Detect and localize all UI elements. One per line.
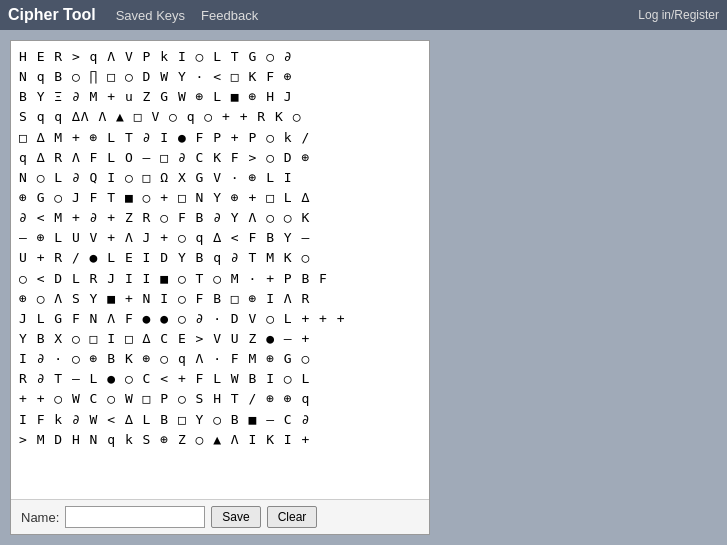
cipher-row: J L G F N Λ F ● ● ○ ∂ · D V ○ L + + + bbox=[19, 309, 421, 329]
cipher-row: U + R / ● L E I D Y B q ∂ T M K ○ bbox=[19, 248, 421, 268]
right-panel bbox=[440, 40, 717, 535]
cipher-row: ∂ < M + ∂ + Z R ○ F B ∂ Y Λ ○ ○ K bbox=[19, 208, 421, 228]
cipher-row: H E R > q Λ V P k I ○ L T G ○ ∂ bbox=[19, 47, 421, 67]
clear-button[interactable]: Clear bbox=[267, 506, 318, 528]
cipher-row: R ∂ T — L ● ○ C < + F L W B I ○ L bbox=[19, 369, 421, 389]
app-title: Cipher Tool bbox=[8, 6, 96, 24]
name-input[interactable] bbox=[65, 506, 205, 528]
cipher-row: □ ∆ M + ⊕ L T ∂ I ● F P + P ○ k / bbox=[19, 128, 421, 148]
feedback-link[interactable]: Feedback bbox=[201, 8, 258, 23]
cipher-row: Y B X ○ □ I □ ∆ C E > V U Z ● — + bbox=[19, 329, 421, 349]
cipher-row: ⊕ G ○ J F T ■ ○ + □ N Y ⊕ + □ L ∆ bbox=[19, 188, 421, 208]
cipher-grid: H E R > q Λ V P k I ○ L T G ○ ∂N q B ○ ∏… bbox=[11, 41, 429, 499]
navbar: Cipher Tool Saved Keys Feedback Log in/R… bbox=[0, 0, 727, 30]
cipher-row: ⊕ ○ Λ S Y ■ + N I ○ F B □ ⊕ I Λ R bbox=[19, 289, 421, 309]
nav-links: Saved Keys Feedback bbox=[116, 8, 258, 23]
cipher-panel: H E R > q Λ V P k I ○ L T G ○ ∂N q B ○ ∏… bbox=[10, 40, 430, 535]
auth-link[interactable]: Log in/Register bbox=[638, 8, 719, 22]
cipher-row: q ∆ R Λ F L O — □ ∂ C K F > ○ D ⊕ bbox=[19, 148, 421, 168]
cipher-row: > M D H N q k S ⊕ Z ○ ▲ Λ I K I + bbox=[19, 430, 421, 450]
main-content: H E R > q Λ V P k I ○ L T G ○ ∂N q B ○ ∏… bbox=[0, 30, 727, 545]
cipher-footer: Name: Save Clear bbox=[11, 499, 429, 534]
cipher-row: I F k ∂ W < ∆ L B □ Y ○ B ■ — C ∂ bbox=[19, 410, 421, 430]
cipher-row: N q B ○ ∏ □ ○ D W Y · < □ K F ⊕ bbox=[19, 67, 421, 87]
cipher-row: — ⊕ L U V + Λ J + ○ q ∆ < F B Y — bbox=[19, 228, 421, 248]
cipher-row: S q q ∆Λ Λ ▲ □ V ○ q ○ + + R K ○ bbox=[19, 107, 421, 127]
save-button[interactable]: Save bbox=[211, 506, 260, 528]
cipher-row: B Y Ξ ∂ M + u Z G W ⊕ L ■ ⊕ H J bbox=[19, 87, 421, 107]
cipher-row: N ○ L ∂ Q I ○ □ Ω X G V · ⊕ L I bbox=[19, 168, 421, 188]
saved-keys-link[interactable]: Saved Keys bbox=[116, 8, 185, 23]
cipher-row: + + ○ W C ○ W □ P ○ S H T / ⊕ ⊕ q bbox=[19, 389, 421, 409]
name-label: Name: bbox=[21, 510, 59, 525]
cipher-row: ○ < D L R J I I ■ ○ T ○ M · + P B F bbox=[19, 269, 421, 289]
cipher-row: I ∂ · ○ ⊕ B K ⊕ ○ q Λ · F M ⊕ G ○ bbox=[19, 349, 421, 369]
